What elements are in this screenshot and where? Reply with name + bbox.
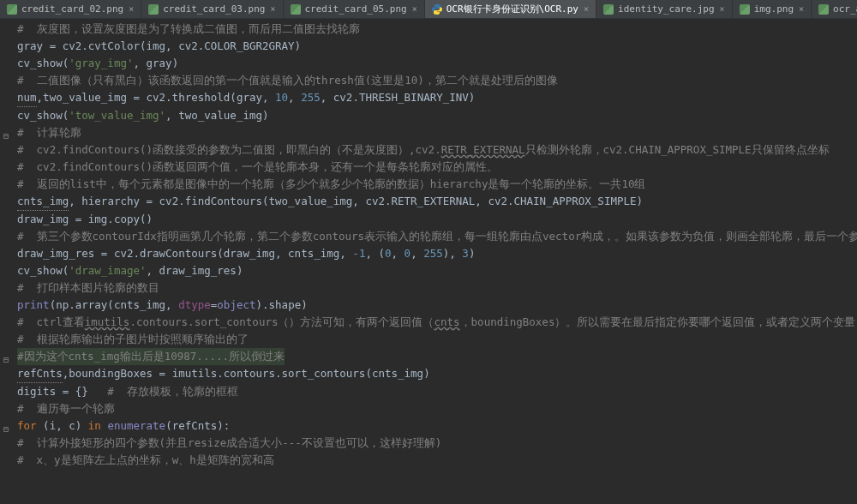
code-line: # 灰度图，设置灰度图是为了转换成二值图，而后用二值图去找轮廓	[0, 21, 857, 38]
code-line: gray = cv2.cvtColor(img, cv2.COLOR_BGR2G…	[0, 38, 857, 55]
code-line: # 二值图像（只有黑白）该函数返回的第一个值就是输入的thresh值(这里是10…	[0, 72, 857, 89]
close-icon[interactable]: ×	[129, 4, 134, 14]
code-line: # 计算外接矩形的四个参数(并且resize成合适大小---不设置也可以，这样好…	[0, 435, 857, 452]
code-line: # x、y是矩阵左上点的坐标，w、h是矩阵的宽和高	[0, 452, 857, 469]
image-icon	[603, 4, 614, 15]
close-icon[interactable]: ×	[799, 4, 804, 14]
close-icon[interactable]: ×	[584, 4, 589, 14]
code-line: cnts_img, hierarchy = cv2.findContours(t…	[0, 193, 857, 211]
code-line: # 遍历每一个轮廓	[0, 400, 857, 417]
code-line: cv_show('gray_img', gray)	[0, 55, 857, 72]
fold-icon[interactable]: ⊟	[3, 351, 14, 362]
code-line: cv_show('tow_value_img', two_value_img)	[0, 107, 857, 124]
code-line: # 根据轮廓输出的子图片时按照顺序输出的了	[0, 331, 857, 348]
fold-icon[interactable]: ⊟	[3, 421, 14, 431]
image-icon	[7, 4, 17, 15]
tab-img-png[interactable]: img.png×	[733, 0, 812, 18]
image-icon	[740, 4, 750, 15]
image-icon	[291, 4, 301, 15]
tab-credit-card-03[interactable]: credit_card_03.png×	[141, 0, 283, 18]
tab-credit-card-05[interactable]: credit_card_05.png×	[284, 0, 425, 18]
fold-icon[interactable]: ⊟	[3, 128, 14, 138]
close-icon[interactable]: ×	[270, 4, 275, 14]
code-line: # cv2.findContours()函数接受的参数为二值图，即黑白的（不是灰…	[0, 141, 857, 159]
tab-ocr-a-reference[interactable]: ocr_a_reference.png×	[812, 0, 857, 18]
tab-credit-card-02[interactable]: credit_card_02.png×	[0, 0, 141, 18]
code-line: ⊟ # 计算轮廓	[0, 124, 857, 141]
python-icon	[432, 4, 442, 15]
code-line: draw_img = img.copy()	[0, 211, 857, 228]
code-editor[interactable]: # 灰度图，设置灰度图是为了转换成二值图，而后用二值图去找轮廓 gray = c…	[0, 19, 857, 469]
code-line: draw_img_res = cv2.drawContours(draw_img…	[0, 245, 857, 262]
code-line: cv_show('draw_image', draw_img_res)	[0, 262, 857, 279]
code-line: # cv2.findContours()函数返回两个值，一个是轮廓本身，还有一个…	[0, 159, 857, 176]
editor-tabs: credit_card_02.png× credit_card_03.png× …	[0, 0, 857, 19]
image-icon	[148, 4, 159, 15]
code-line: print(np.array(cnts_img, dtype=object).s…	[0, 297, 857, 314]
code-line: refCnts,boundingBoxes = imutils.contours…	[0, 365, 857, 383]
close-icon[interactable]: ×	[720, 4, 725, 14]
code-line: digits = {} # 存放模板，轮廓的框框	[0, 383, 857, 400]
tab-identity-care[interactable]: identity_care.jpg×	[596, 0, 733, 18]
code-line: # 返回的list中，每个元素都是图像中的一个轮廓（多少个就多少个轮廓的数据）h…	[0, 176, 857, 193]
code-line: num,two_value_img = cv2.threshold(gray, …	[0, 89, 857, 107]
code-line: # 第三个参数contourIdx指明画第几个轮廓，第二个参数contours表…	[0, 228, 857, 245]
code-line: ⊟ for (i, c) in enumerate(refCnts):	[0, 417, 857, 435]
code-line: # 打印样本图片轮廓的数目	[0, 279, 857, 297]
code-line: # ctrl查看imutils.contours.sort_contours（）…	[0, 314, 857, 331]
code-line: ⊟ #因为这个cnts_img输出后是10987.....所以倒过来	[0, 348, 857, 365]
close-icon[interactable]: ×	[412, 4, 417, 14]
tab-ocr-py[interactable]: OCR银行卡身份证识别\OCR.py×	[425, 0, 596, 18]
image-icon	[818, 4, 829, 15]
